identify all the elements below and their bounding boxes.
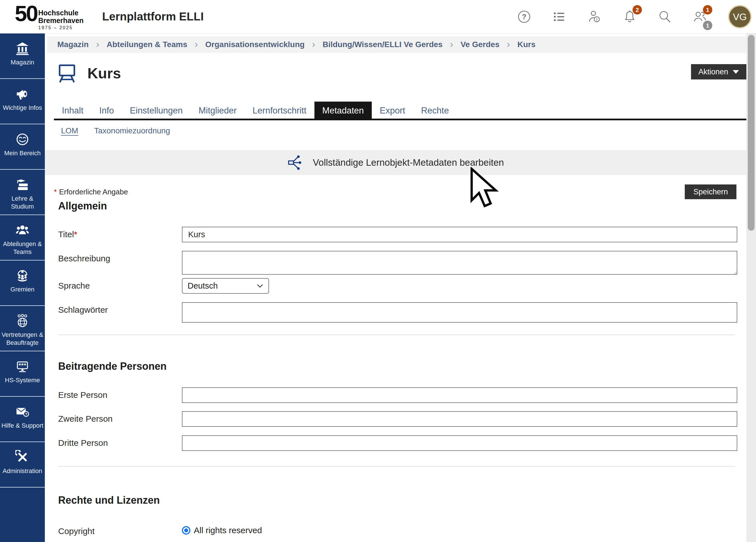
contacts-badge: 1 bbox=[703, 5, 712, 14]
tab-lernfortschritt[interactable]: Lernfortschritt bbox=[245, 102, 314, 119]
actions-button[interactable]: Aktionen bbox=[691, 64, 746, 79]
form-row-beschreibung: Beschreibung bbox=[54, 251, 737, 276]
breadcrumb-item-ve-gerdes[interactable]: Ve Gerdes bbox=[461, 40, 499, 49]
sidebar-item-label: Hilfe & Support bbox=[1, 422, 44, 430]
main-menu-button[interactable] bbox=[552, 10, 566, 24]
sidebar-item-vertretungen-beauftragte[interactable]: Vertretungen & Beauftragte bbox=[0, 306, 45, 351]
titel-label: Titel* bbox=[54, 227, 182, 242]
sidebar-item-label: Lehre & Studium bbox=[0, 195, 45, 210]
committee-icon bbox=[15, 268, 30, 283]
breadcrumb-item-bildung-wissen[interactable]: Bildung/Wissen/ELLI Ve Gerdes bbox=[323, 40, 443, 49]
tab-info[interactable]: Info bbox=[91, 102, 122, 119]
contacts-button[interactable]: 1 1 bbox=[693, 10, 707, 24]
sidebar-item-mein-bereich[interactable]: Mein Bereich bbox=[0, 124, 45, 170]
erste-person-input[interactable] bbox=[182, 387, 737, 403]
radio-dot bbox=[184, 528, 188, 532]
form-toolbar: * Erforderliche Angabe Speichern bbox=[54, 184, 736, 199]
tab-export[interactable]: Export bbox=[372, 102, 413, 119]
form-row-erste-person: Erste Person bbox=[54, 387, 737, 403]
form-row-schlagwoerter: Schlagwörter bbox=[54, 302, 737, 323]
sidebar-item-abteilungen-teams[interactable]: Abteilungen & Teams bbox=[0, 215, 45, 261]
logo-years: 1975 – 2025 bbox=[38, 25, 84, 30]
dritte-person-label: Dritte Person bbox=[54, 435, 182, 451]
breadcrumb-item-kurs[interactable]: Kurs bbox=[517, 40, 535, 49]
edit-full-metadata-banner[interactable]: Vollständige Lernobjekt-Metadaten bearbe… bbox=[45, 150, 746, 175]
section-divider bbox=[58, 335, 735, 335]
caret-down-icon bbox=[733, 70, 739, 74]
section-heading-rechte: Rechte und Lizenzen bbox=[58, 494, 746, 507]
form-row-dritte-person: Dritte Person bbox=[54, 435, 737, 451]
tab-inhalt[interactable]: Inhalt bbox=[54, 102, 91, 119]
sprache-selected-value: Deutsch bbox=[188, 281, 218, 291]
sidebar-item-label: Gremien bbox=[10, 285, 35, 293]
top-bar: 50 Hochschule Bremerhaven 1975 – 2025 Le… bbox=[0, 0, 756, 33]
list-icon bbox=[553, 10, 566, 24]
screen: 50 Hochschule Bremerhaven 1975 – 2025 Le… bbox=[0, 0, 756, 542]
sidebar-item-hilfe-support[interactable]: ? Hilfe & Support bbox=[0, 397, 45, 442]
tab-bar: Inhalt Info Einstellungen Mitglieder Ler… bbox=[54, 102, 746, 120]
books-graduation-icon bbox=[15, 178, 30, 192]
svg-text:***: *** bbox=[18, 362, 26, 368]
sidebar: Magazin Wichtige Infos Mein Bereich bbox=[0, 33, 45, 542]
breadcrumb-item-magazin[interactable]: Magazin bbox=[57, 40, 89, 49]
megaphone-icon bbox=[15, 87, 30, 101]
chevron-right-icon: › bbox=[507, 39, 510, 50]
sidebar-item-hs-systeme[interactable]: *** HS-Systeme bbox=[0, 351, 45, 397]
tab-einstellungen[interactable]: Einstellungen bbox=[122, 102, 191, 119]
sidebar-item-label: Vertretungen & Beauftragte bbox=[0, 331, 45, 346]
schlagwoerter-label: Schlagwörter bbox=[54, 302, 182, 323]
schlagwoerter-input[interactable] bbox=[182, 302, 737, 323]
zweite-person-label: Zweite Person bbox=[54, 411, 182, 427]
tab-mitglieder[interactable]: Mitglieder bbox=[191, 102, 245, 119]
sidebar-item-gremien[interactable]: Gremien bbox=[0, 261, 45, 306]
required-marker: * bbox=[54, 188, 57, 196]
help-button[interactable]: ? bbox=[517, 10, 531, 24]
avatar[interactable]: VG bbox=[728, 5, 751, 28]
sidebar-item-magazin[interactable]: Magazin bbox=[0, 33, 45, 79]
required-star: * bbox=[74, 230, 77, 239]
vertical-scrollbar[interactable] bbox=[746, 33, 756, 542]
breadcrumb-item-abteilungen[interactable]: Abteilungen & Teams bbox=[107, 40, 187, 49]
zweite-person-input[interactable] bbox=[182, 411, 737, 427]
help-icon: ? bbox=[517, 10, 531, 24]
sprache-select[interactable]: Deutsch bbox=[182, 278, 269, 294]
subtab-bar: LOM Taxonomiezuordnung bbox=[61, 125, 746, 136]
banner-label: Vollständige Lernobjekt-Metadaten bearbe… bbox=[313, 157, 504, 168]
bank-icon bbox=[15, 41, 30, 56]
tools-icon bbox=[15, 450, 30, 464]
notifications-button[interactable]: 2 bbox=[623, 10, 637, 24]
app-title: Lernplattform ELLI bbox=[102, 10, 204, 23]
dritte-person-input[interactable] bbox=[182, 435, 737, 451]
logo-name-line2: Bremerhaven bbox=[38, 17, 84, 24]
save-button[interactable]: Speichern bbox=[685, 184, 736, 199]
subtab-taxonomiezuordnung[interactable]: Taxonomiezuordnung bbox=[94, 126, 170, 135]
mail-question-icon: ? bbox=[15, 405, 30, 419]
scrollbar-thumb[interactable] bbox=[748, 35, 755, 231]
sidebar-item-label: Mein Bereich bbox=[3, 149, 41, 157]
who-is-online-button[interactable]: ! bbox=[587, 10, 602, 24]
beschreibung-textarea[interactable] bbox=[182, 251, 737, 275]
search-button[interactable] bbox=[658, 10, 672, 24]
erste-person-label: Erste Person bbox=[54, 387, 182, 403]
sidebar-item-lehre-studium[interactable]: Lehre & Studium bbox=[0, 170, 45, 215]
copyright-radio[interactable] bbox=[182, 526, 190, 535]
header-icon-row: ? ! bbox=[517, 0, 751, 33]
university-logo[interactable]: 50 Hochschule Bremerhaven 1975 – 2025 bbox=[15, 3, 84, 30]
tab-metadaten[interactable]: Metadaten bbox=[314, 102, 372, 119]
subtab-lom[interactable]: LOM bbox=[61, 126, 78, 135]
monitor-icon: *** bbox=[15, 359, 30, 373]
logo-name-line1: Hochschule bbox=[38, 9, 84, 17]
share-nodes-icon bbox=[287, 154, 305, 172]
copyright-label: Copyright bbox=[54, 524, 182, 536]
sidebar-item-label: HS-Systeme bbox=[4, 376, 41, 384]
breadcrumb-item-organisationsentwicklung[interactable]: Organisationsentwicklung bbox=[205, 40, 305, 49]
sidebar-item-administration[interactable]: Administration bbox=[0, 442, 45, 488]
copyright-option-label: All rights reserved bbox=[194, 526, 262, 535]
search-icon bbox=[658, 10, 672, 24]
sidebar-item-wichtige-infos[interactable]: Wichtige Infos bbox=[0, 79, 45, 124]
logo-anniversary-number: 50 bbox=[15, 3, 37, 24]
tab-rechte[interactable]: Rechte bbox=[413, 102, 457, 119]
globe-people-icon bbox=[15, 314, 30, 328]
required-note: Erforderliche Angabe bbox=[59, 188, 128, 196]
titel-input[interactable] bbox=[182, 227, 737, 242]
